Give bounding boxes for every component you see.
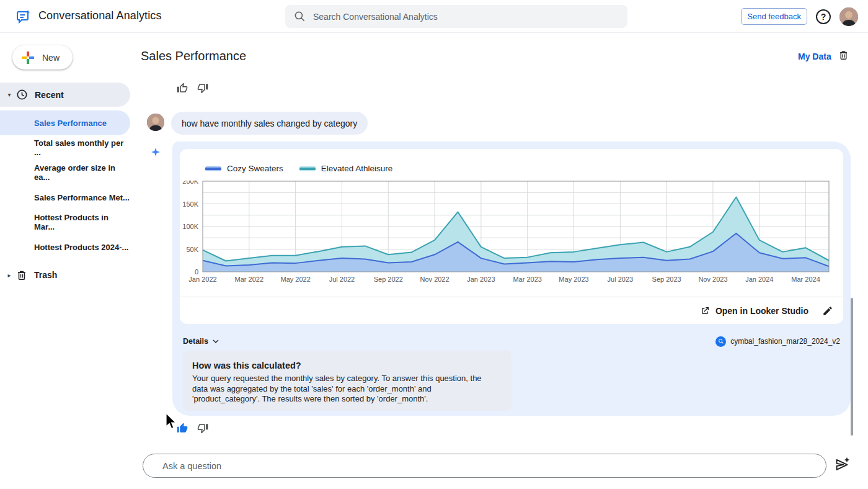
- sidebar-item-total-sales-monthly[interactable]: Total sales monthly per ...: [0, 135, 130, 160]
- answer-feedback: [177, 423, 208, 434]
- legend-swatch-cozy-sweaters: [205, 166, 221, 171]
- answer-card: Cozy Sweaters Elevated Athleisure 050K10…: [172, 141, 851, 416]
- app-window: Conversational Analytics Send feedback ?: [0, 0, 868, 489]
- details-row: Details cymbal_fashion_mar28_2024_v2: [183, 335, 840, 348]
- help-icon[interactable]: ?: [816, 9, 831, 24]
- legend-item-elevated-athleisure: Elevated Athleisure: [299, 164, 393, 173]
- monthly-sales-area-chart: 050K100K150K200KJan 2022Mar 2022May 2022…: [180, 181, 843, 290]
- how-calculated-box: How was this calculated? Your query requ…: [183, 351, 512, 411]
- global-search: [285, 5, 627, 28]
- svg-text:May 2023: May 2023: [559, 276, 588, 283]
- ask-question-row: [143, 454, 826, 478]
- how-calculated-body: Your query requested the monthly sales b…: [192, 374, 495, 405]
- ask-question-input[interactable]: [143, 454, 826, 478]
- sidebar: New ▾ Recent Sales Performance Total sal…: [0, 33, 130, 489]
- trash-section-toggle[interactable]: ▸ Trash: [0, 265, 130, 285]
- chart-legend: Cozy Sweaters Elevated Athleisure: [205, 164, 392, 173]
- thumbs-down-button[interactable]: [197, 423, 208, 434]
- app-logo-icon: [16, 9, 31, 24]
- delete-conversation-button[interactable]: [838, 49, 849, 63]
- chart-card: Cozy Sweaters Elevated Athleisure 050K10…: [180, 149, 843, 324]
- thumbs-down-icon: [197, 83, 208, 94]
- conversation-panel: Sales Performance My Data: [130, 32, 868, 489]
- thumbs-down-icon: [197, 423, 208, 434]
- thumbs-up-button-selected[interactable]: [177, 423, 188, 434]
- chevron-down-icon: ▾: [5, 91, 14, 98]
- send-sparkle-icon: [833, 455, 851, 473]
- trash-icon: [838, 49, 849, 61]
- bigquery-icon: [715, 336, 726, 347]
- chart-card-footer: Open in Looker Studio: [180, 297, 843, 324]
- new-button-label: New: [42, 53, 60, 63]
- question-feedback: [177, 83, 208, 94]
- clock-icon: [16, 89, 28, 101]
- recent-section-label: Recent: [35, 90, 64, 100]
- svg-text:Sep 2022: Sep 2022: [374, 276, 403, 283]
- user-avatar-message: [147, 114, 164, 131]
- gemini-sparkle-icon: [151, 147, 161, 159]
- details-label: Details: [183, 337, 208, 346]
- chevron-right-icon: ▸: [5, 272, 14, 279]
- svg-text:Jan 2024: Jan 2024: [745, 276, 773, 283]
- edit-chart-button[interactable]: [822, 305, 833, 316]
- trash-section-label: Trash: [34, 270, 57, 280]
- search-icon: [294, 11, 306, 22]
- trash-icon: [16, 269, 27, 280]
- svg-text:0: 0: [195, 268, 198, 276]
- svg-text:Jan 2022: Jan 2022: [188, 276, 216, 283]
- svg-text:Jul 2023: Jul 2023: [608, 276, 634, 283]
- legend-label: Elevated Athleisure: [321, 164, 393, 173]
- svg-text:Mar 2023: Mar 2023: [513, 276, 541, 283]
- svg-text:150K: 150K: [182, 200, 198, 208]
- app-title: Conversational Analytics: [38, 9, 162, 22]
- thumbs-up-icon: [177, 83, 188, 94]
- legend-swatch-elevated-athleisure: [299, 166, 316, 171]
- legend-label: Cozy Sweaters: [227, 164, 283, 173]
- thumbs-up-button[interactable]: [177, 83, 188, 94]
- open-in-looker-studio-label: Open in Looker Studio: [715, 306, 808, 316]
- pencil-icon: [822, 305, 833, 316]
- svg-text:Nov 2022: Nov 2022: [420, 276, 450, 283]
- dataset-chip: cymbal_fashion_mar28_2024_v2: [715, 336, 840, 347]
- external-link-icon: [700, 306, 710, 316]
- thumbs-down-button[interactable]: [197, 83, 208, 94]
- new-conversation-button[interactable]: New: [12, 45, 73, 70]
- svg-text:Sep 2023: Sep 2023: [652, 276, 681, 283]
- user-avatar-header[interactable]: [839, 7, 858, 26]
- sidebar-item-hottest-products-2024[interactable]: Hottest Products 2024-...: [0, 235, 130, 259]
- sidebar-item-sales-performance[interactable]: Sales Performance: [0, 110, 130, 135]
- svg-text:50K: 50K: [186, 246, 198, 253]
- open-in-looker-studio-button[interactable]: Open in Looker Studio: [700, 306, 808, 316]
- user-message-bubble: how have monthly sales changed by catego…: [171, 112, 368, 135]
- send-feedback-button[interactable]: Send feedback: [741, 8, 807, 25]
- mouse-cursor: [163, 412, 178, 433]
- svg-text:May 2022: May 2022: [280, 276, 310, 283]
- svg-text:Jul 2022: Jul 2022: [329, 276, 355, 283]
- top-app-bar: Conversational Analytics Send feedback ?: [0, 0, 868, 33]
- svg-text:100K: 100K: [182, 223, 198, 230]
- sidebar-item-average-order-size[interactable]: Average order size in ea...: [0, 160, 130, 185]
- my-data-link[interactable]: My Data: [798, 52, 831, 61]
- sidebar-item-hottest-products-mar[interactable]: Hottest Products in Mar...: [0, 210, 130, 235]
- details-toggle[interactable]: Details: [183, 337, 219, 346]
- chevron-down-icon: [212, 338, 219, 345]
- send-button[interactable]: [833, 455, 851, 473]
- page-title: Sales Performance: [141, 49, 246, 63]
- sidebar-item-sales-performance-metrics[interactable]: Sales Performance Met...: [0, 185, 130, 210]
- dataset-name: cymbal_fashion_mar28_2024_v2: [730, 337, 840, 346]
- recent-section-toggle[interactable]: ▾ Recent: [0, 83, 130, 107]
- svg-text:Mar 2024: Mar 2024: [791, 276, 820, 283]
- scrollbar-thumb[interactable]: [851, 298, 853, 436]
- how-calculated-title: How was this calculated?: [192, 361, 502, 370]
- plus-icon: [21, 51, 35, 65]
- svg-text:200K: 200K: [182, 181, 198, 185]
- svg-text:Mar 2022: Mar 2022: [235, 276, 264, 283]
- legend-item-cozy-sweaters: Cozy Sweaters: [205, 164, 283, 173]
- search-input[interactable]: [313, 12, 619, 22]
- svg-text:Jan 2023: Jan 2023: [467, 276, 495, 283]
- svg-text:Nov 2023: Nov 2023: [698, 276, 727, 283]
- thumbs-up-filled-icon: [177, 423, 188, 434]
